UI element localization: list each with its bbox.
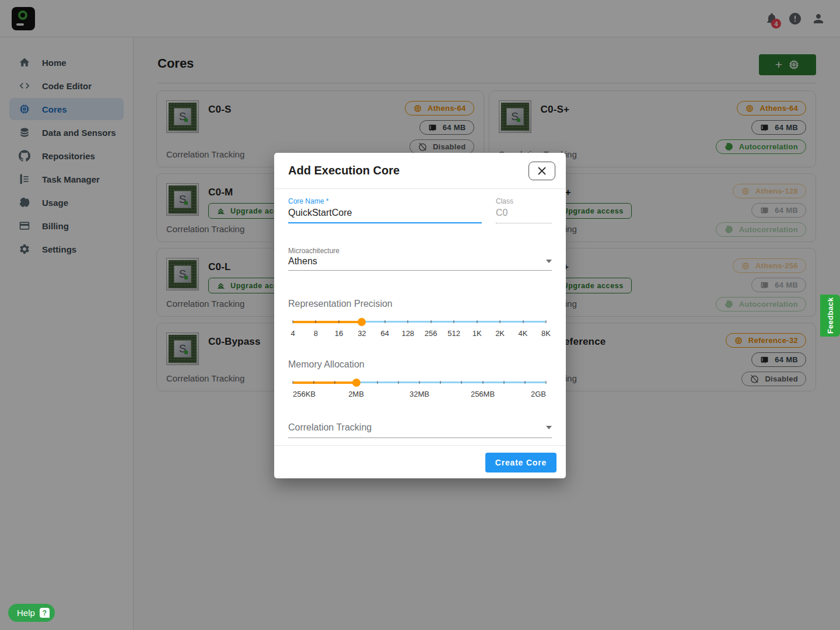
slider-tick bbox=[292, 381, 293, 384]
slider-tick bbox=[477, 320, 478, 323]
correlation-tracking-select[interactable]: Correlation Tracking bbox=[288, 422, 552, 438]
close-icon bbox=[537, 166, 547, 176]
microarchitecture-select[interactable]: Athens bbox=[288, 256, 552, 271]
modal-title: Add Execution Core bbox=[288, 164, 400, 177]
precision-heading: Representation Precision bbox=[288, 299, 552, 309]
slider-tick bbox=[545, 320, 547, 323]
slider-tick bbox=[430, 320, 432, 323]
slider-tick-label: 64 bbox=[381, 329, 389, 338]
create-core-button[interactable]: Create Core bbox=[485, 453, 556, 473]
modal-body: Core Name * QuickStartCore Class C0 Micr… bbox=[274, 197, 566, 438]
slider-tick bbox=[338, 320, 340, 323]
slider-tick bbox=[334, 381, 335, 384]
microarchitecture-label: Microachitecture bbox=[288, 247, 552, 255]
help-question-icon: ? bbox=[40, 608, 50, 618]
modal-header: Add Execution Core bbox=[274, 153, 566, 189]
core-name-label: Core Name * bbox=[288, 197, 482, 205]
slider-tick bbox=[315, 320, 316, 323]
slider-tick bbox=[419, 381, 420, 384]
slider-tick bbox=[440, 381, 441, 384]
slider-tick-label: 256MB bbox=[471, 390, 495, 398]
chevron-down-icon bbox=[546, 426, 552, 429]
slider-fill bbox=[293, 321, 362, 323]
slider-tick bbox=[384, 320, 386, 323]
slider-tick-label: 2K bbox=[495, 329, 505, 338]
slider-tick-label: 32MB bbox=[410, 390, 429, 398]
slider-tick bbox=[313, 381, 314, 384]
chevron-down-icon bbox=[546, 260, 552, 263]
class-label: Class bbox=[496, 197, 552, 205]
memory-heading: Memory Allocation bbox=[288, 359, 552, 370]
slider-tick-label: 8K bbox=[541, 329, 551, 338]
modal-footer: Create Core bbox=[274, 445, 566, 478]
slider-tick bbox=[292, 320, 293, 323]
slider-tick-label: 2GB bbox=[531, 390, 546, 398]
microarchitecture-field: Microachitecture Athens bbox=[288, 247, 552, 271]
slider-tick-label: 512 bbox=[447, 329, 460, 338]
slider-tick-label: 256KB bbox=[293, 390, 316, 398]
slider-tick-label: 4 bbox=[290, 329, 295, 338]
slider-tick bbox=[377, 381, 378, 384]
slider-tick bbox=[461, 381, 462, 384]
screen: 4 Home Code Editor Cores Data and Sensor… bbox=[0, 0, 840, 630]
slider-tick bbox=[482, 381, 484, 384]
slider-tick bbox=[524, 381, 526, 384]
slider-tick bbox=[453, 320, 454, 323]
add-core-modal: Add Execution Core Core Name * QuickStar… bbox=[274, 153, 566, 478]
slider-tick bbox=[523, 320, 524, 323]
close-button[interactable] bbox=[528, 162, 555, 180]
slider-tick bbox=[499, 320, 501, 323]
slider-thumb[interactable] bbox=[352, 379, 360, 387]
feedback-tab[interactable]: Feedback bbox=[820, 295, 840, 337]
slider-tick-label: 32 bbox=[358, 329, 366, 338]
help-button[interactable]: Help ? bbox=[8, 604, 55, 622]
slider-tick bbox=[545, 381, 547, 384]
slider-tick-label: 2MB bbox=[348, 390, 364, 398]
slider-tick-label: 16 bbox=[335, 329, 343, 338]
class-input: C0 bbox=[496, 208, 552, 223]
slider-tick bbox=[398, 381, 399, 384]
slider-tick-label: 1K bbox=[473, 329, 482, 338]
slider-tick-label: 256 bbox=[425, 329, 438, 338]
class-field: Class C0 bbox=[496, 197, 552, 223]
slider-tick-label: 4K bbox=[519, 329, 528, 338]
slider-tick bbox=[503, 381, 505, 384]
slider-tick bbox=[407, 320, 408, 323]
core-name-field[interactable]: Core Name * QuickStartCore bbox=[288, 197, 482, 223]
slider-tick-label: 8 bbox=[314, 329, 318, 338]
slider-thumb[interactable] bbox=[358, 318, 366, 326]
memory-slider[interactable]: 256KB2MB32MB256MB2GB bbox=[293, 374, 546, 405]
core-name-input[interactable]: QuickStartCore bbox=[288, 208, 482, 223]
slider-tick-label: 128 bbox=[401, 329, 414, 338]
slider-fill bbox=[293, 382, 356, 384]
precision-slider[interactable]: 481632641282565121K2K4K8K bbox=[293, 314, 546, 344]
